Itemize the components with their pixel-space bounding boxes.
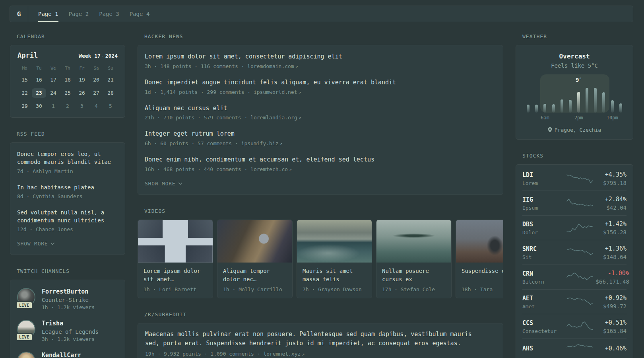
live-badge: LIVE	[16, 333, 33, 341]
rss-item-title[interactable]: Sed volutpat nulla nisl, a condimentum n…	[17, 208, 118, 225]
twitch-heading: TWITCH CHANNELS	[17, 268, 125, 274]
tab-page-4[interactable]: Page 4	[130, 6, 150, 22]
stock-price: $148.64	[596, 254, 627, 260]
channel-name[interactable]: ForrestBurton	[42, 288, 95, 295]
video-thumbnail[interactable]	[297, 220, 372, 263]
rss-item-title[interactable]: Donec tempor eros leo, ut commodo mauris…	[17, 150, 118, 166]
rss-heading: RSS FEED	[17, 131, 125, 137]
video-title[interactable]: Nullam posuere cursus ex	[376, 263, 451, 284]
video-title[interactable]: Mauris sit amet massa felis	[297, 263, 372, 284]
video-card[interactable]: Aliquam tempor dolor nec pharetra… 1h · …	[217, 220, 293, 298]
hn-show-more-button[interactable]: SHOW MORE	[145, 177, 496, 189]
hn-item-meta: 1d · 1,414 points · 299 comments · ipsum…	[145, 89, 496, 95]
video-thumbnail[interactable]	[456, 220, 503, 263]
stock-name: Bitcorn	[522, 279, 564, 285]
video-title[interactable]: Suspendisse diam	[456, 263, 503, 284]
stock-name: Dolor	[522, 230, 564, 235]
calendar-card: April Week 17·2024 Mo Tu We Th Fr Sa Su …	[10, 45, 125, 118]
external-link-icon: ↗	[294, 64, 298, 69]
video-card[interactable]: Mauris sit amet massa felis 7h · Grayson…	[297, 220, 372, 298]
weather-hourly-chart: 9°	[524, 74, 625, 113]
calendar-month: April	[17, 51, 38, 59]
hn-item-meta: 16h · 468 points · 440 comments · loremt…	[145, 166, 496, 172]
channel-avatar[interactable]	[17, 352, 35, 358]
calendar-day: 25	[60, 88, 75, 98]
calendar-day: 18	[60, 75, 75, 85]
calendar-day: 2	[60, 101, 75, 111]
video-thumbnail[interactable]	[138, 220, 213, 263]
video-title[interactable]: Aliquam tempor dolor nec pharetra…	[217, 263, 292, 284]
weather-bar	[569, 100, 572, 113]
stock-ticker[interactable]: CCS	[522, 319, 564, 327]
video-meta: 17h · Stefan Cole	[376, 284, 451, 298]
stock-ticker[interactable]: DBS	[522, 221, 564, 228]
video-card[interactable]: Nullam posuere cursus ex 17h · Stefan Co…	[376, 220, 452, 298]
subreddit-post-title[interactable]: Maecenas mollis pulvinar erat non posuer…	[145, 330, 487, 348]
rss-item-meta: 12d · Chance Jones	[17, 226, 118, 232]
calendar-day: 17	[46, 75, 60, 85]
current-temperature-label: 9°	[576, 77, 582, 83]
hn-item-domain-link[interactable]: loremdomain.com↗	[247, 63, 298, 69]
hn-item-title[interactable]: Aliquam nec cursus elit	[145, 104, 496, 113]
hn-item: Integer eget rutrum lorem 6h · 60 points…	[145, 125, 496, 151]
hn-item: Donec imperdiet augue tincidunt felis al…	[145, 74, 496, 99]
channel-avatar[interactable]: LIVE	[17, 288, 35, 306]
weather-card: Overcast Feels like 5°C 9°	[516, 45, 633, 140]
twitch-card: LIVE ForrestBurton Counter-Strike 1h · 1…	[10, 280, 125, 358]
tab-page-1[interactable]: Page 1	[38, 6, 58, 22]
video-title[interactable]: Lorem ipsum dolor sit amet consectetu…	[138, 263, 213, 284]
weather-widget: WEATHER Overcast Feels like 5°C 9°	[516, 33, 633, 140]
weather-bar	[527, 105, 530, 113]
hn-item-title[interactable]: Lorem ipsum dolor sit amet, consectetur …	[145, 53, 496, 61]
channel-name[interactable]: Trisha	[42, 320, 99, 327]
hackernews-widget: HACKER NEWS Lorem ipsum dolor sit amet, …	[138, 33, 503, 195]
stock-price: $42.04	[596, 204, 627, 211]
channel-meta: 1h · 1.7k viewers	[42, 304, 95, 310]
hn-item-title[interactable]: Donec imperdiet augue tincidunt felis al…	[145, 78, 496, 87]
video-card[interactable]: Suspendisse diam 18h · Tara	[456, 220, 503, 298]
calendar-day: 16	[32, 75, 46, 85]
stock-ticker[interactable]: AET	[522, 295, 564, 302]
calendar-day: 3	[75, 101, 89, 111]
rss-item: Donec tempor eros leo, ut commodo mauris…	[17, 145, 118, 179]
stock-ticker[interactable]: LDI	[522, 171, 564, 179]
tab-page-3[interactable]: Page 3	[99, 6, 119, 22]
calendar-day: 1	[46, 101, 60, 111]
stock-ticker[interactable]: IIG	[522, 196, 564, 203]
external-link-icon: ↗	[279, 141, 283, 146]
stock-sparkline	[567, 173, 593, 184]
hn-item-meta: 3h · 148 points · 116 comments · loremdo…	[145, 63, 496, 69]
app-logo[interactable]: G	[10, 6, 28, 22]
hn-item-meta: 21h · 710 points · 579 comments · loreml…	[145, 115, 496, 121]
stock-ticker[interactable]: CRN	[522, 270, 564, 277]
calendar-day: 20	[89, 75, 103, 85]
rss-item: Sed volutpat nulla nisl, a condimentum n…	[17, 204, 118, 237]
hn-item-domain-link[interactable]: loremlandia.org↗	[250, 115, 301, 121]
weather-bar	[561, 99, 563, 113]
rss-widget: RSS FEED Donec tempor eros leo, ut commo…	[10, 131, 125, 255]
hn-item-domain-link[interactable]: ipsumify.biz↗	[241, 140, 283, 146]
tab-page-2[interactable]: Page 2	[69, 6, 89, 22]
stock-change-negative: -1.00%	[596, 270, 629, 277]
weather-bar	[594, 88, 597, 113]
hn-item-domain-link[interactable]: ipsumworld.net↗	[254, 89, 301, 95]
calendar-day: 5	[103, 101, 118, 111]
stock-sparkline	[567, 198, 593, 209]
hn-item-title[interactable]: Integer eget rutrum lorem	[145, 130, 496, 138]
hn-item-title[interactable]: Donec enim nibh, condimentum et accumsan…	[145, 156, 496, 164]
stocks-widget: STOCKS LDILorem +4.35%$795.18 IIGIpsum +…	[516, 153, 633, 358]
video-card[interactable]: Lorem ipsum dolor sit amet consectetu… 1…	[138, 220, 213, 298]
hn-item-domain-link[interactable]: loremtech.co↗	[250, 166, 292, 172]
video-thumbnail[interactable]	[376, 220, 451, 263]
stock-ticker[interactable]: SNRC	[522, 245, 564, 253]
weather-bar	[577, 92, 580, 113]
rss-item-title[interactable]: In hac habitasse platea	[17, 183, 118, 191]
location-pin-icon	[548, 127, 552, 132]
stock-ticker[interactable]: AHS	[522, 345, 564, 352]
channel-avatar[interactable]: LIVE	[17, 320, 35, 338]
subreddit-domain-link[interactable]: loremnet.xyz↗	[263, 351, 305, 357]
rss-show-more-button[interactable]: SHOW MORE	[17, 237, 118, 249]
channel-name[interactable]: KendallCarr	[42, 352, 81, 358]
chevron-down-icon	[50, 242, 55, 245]
video-thumbnail[interactable]	[217, 220, 292, 263]
